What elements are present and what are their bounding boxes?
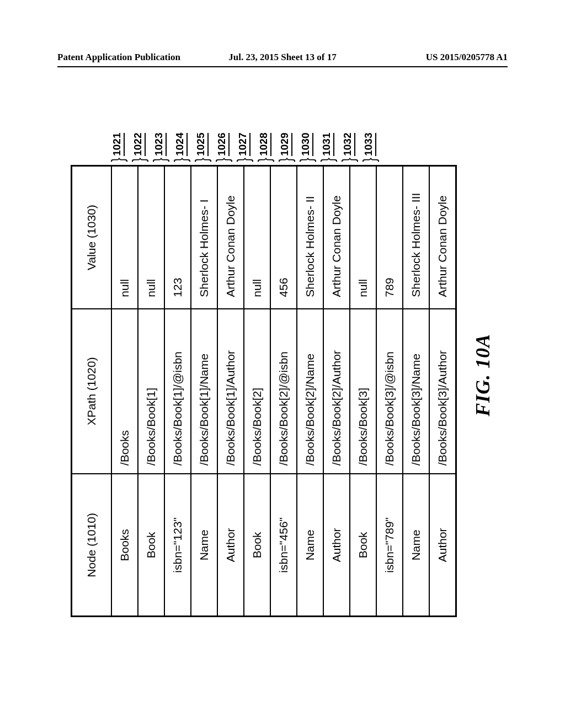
cell-xpath: /Books/Book[3] xyxy=(350,309,376,474)
cell-node: isbn="456" xyxy=(270,474,297,617)
table-row: Books/Booksnull xyxy=(111,166,138,617)
brace-icon: } xyxy=(234,158,252,162)
reference-numeral-label: 1033 xyxy=(363,133,376,156)
brace-icon: } xyxy=(318,158,336,162)
cell-value: Arthur Conan Doyle xyxy=(429,166,456,309)
cell-xpath: /Books/Book[2] xyxy=(244,309,270,474)
reference-numeral: }1032 xyxy=(338,133,359,163)
reference-numeral-label: 1021 xyxy=(111,133,125,156)
reference-numeral-label: 1024 xyxy=(174,133,188,156)
brace-icon: } xyxy=(276,158,294,162)
cell-xpath: /Books/Book[2]/Name xyxy=(297,309,323,474)
cell-value: null xyxy=(244,166,270,309)
cell-value: null xyxy=(350,166,376,309)
cell-xpath: /Books/Book[3]/Name xyxy=(403,309,429,474)
table-row: isbn="123"/Books/Book[1]/@isbn123 xyxy=(164,166,191,617)
reference-numeral: }1021 xyxy=(107,133,128,163)
figure-10a: Node (1010) XPath (1020) Value (1030) Bo… xyxy=(71,99,494,651)
table-row: Name/Books/Book[3]/NameSherlock Holmes- … xyxy=(403,166,429,617)
cell-node: isbn="123" xyxy=(164,474,191,617)
brace-icon: } xyxy=(172,158,189,162)
reference-numeral-label: 1031 xyxy=(321,133,334,156)
reference-numeral: }1023 xyxy=(149,133,170,163)
header-rule xyxy=(57,66,508,67)
reference-numeral-label: 1026 xyxy=(216,133,230,156)
cell-value: Arthur Conan Doyle xyxy=(323,166,350,309)
cell-xpath: /Books/Book[2]/Author xyxy=(323,309,350,474)
cell-node: Book xyxy=(244,474,270,617)
reference-numeral: }1029 xyxy=(275,133,296,163)
cell-node: Books xyxy=(111,474,138,617)
col-header-node: Node (1010) xyxy=(72,474,112,617)
cell-value: Sherlock Holmes- II xyxy=(297,166,323,309)
table-header-row: Node (1010) XPath (1020) Value (1030) xyxy=(72,166,112,617)
cell-value: Arthur Conan Doyle xyxy=(217,166,244,309)
cell-value: null xyxy=(138,166,164,309)
reference-numeral-label: 1029 xyxy=(279,133,292,156)
brace-icon: } xyxy=(130,158,147,162)
table-row: Book/Books/Book[3]null xyxy=(350,166,376,617)
reference-numeral-label: 1030 xyxy=(300,133,313,156)
reference-numeral-label: 1023 xyxy=(153,133,167,156)
cell-node: Name xyxy=(191,474,217,617)
table-row: Name/Books/Book[1]/NameSherlock Holmes- … xyxy=(191,166,217,617)
cell-node: Name xyxy=(403,474,429,617)
reference-numeral: }1030 xyxy=(296,133,317,163)
cell-value: Sherlock Holmes- III xyxy=(403,166,429,309)
col-header-xpath: XPath (1020) xyxy=(72,309,112,474)
reference-numeral-label: 1022 xyxy=(132,133,146,156)
table-row: Book/Books/Book[1]null xyxy=(138,166,164,617)
brace-icon: } xyxy=(255,158,273,162)
cell-node: Name xyxy=(297,474,323,617)
page-header: Patent Application Publication Jul. 23, … xyxy=(0,52,565,63)
reference-numeral-column: }1021 }1022 }1023 }1024 }1025 }1026 }102… xyxy=(71,133,380,163)
cell-xpath: /Books/Book[1]/Author xyxy=(217,309,244,474)
reference-numeral-label: 1032 xyxy=(342,133,355,156)
brace-icon: } xyxy=(109,158,126,162)
brace-icon: } xyxy=(193,158,210,162)
brace-icon: } xyxy=(339,158,357,162)
cell-xpath: /Books/Book[1]/@isbn xyxy=(164,309,191,474)
table-row: Author/Books/Book[1]/AuthorArthur Conan … xyxy=(217,166,244,617)
brace-icon: } xyxy=(360,158,378,162)
reference-numeral: }1031 xyxy=(317,133,338,163)
brace-icon: } xyxy=(297,158,315,162)
brace-icon: } xyxy=(214,158,231,162)
cell-xpath: /Books/Book[3]/@isbn xyxy=(376,309,403,474)
cell-xpath: /Books/Book[2]/@isbn xyxy=(270,309,297,474)
cell-value: 123 xyxy=(164,166,191,309)
cell-node: isbn="789" xyxy=(376,474,403,617)
figure-caption: FIG. 10A xyxy=(471,334,494,416)
header-center: Jul. 23, 2015 Sheet 13 of 17 xyxy=(228,52,337,63)
table-body: Books/Booksnull Book/Books/Book[1]null i… xyxy=(111,166,456,617)
header-right: US 2015/0205778 A1 xyxy=(426,52,508,63)
cell-xpath: /Books/Book[1] xyxy=(138,309,164,474)
cell-xpath: /Books/Book[1]/Name xyxy=(191,309,217,474)
patent-page: Patent Application Publication Jul. 23, … xyxy=(0,0,565,728)
table-row: Author/Books/Book[3]/AuthorArthur Conan … xyxy=(429,166,456,617)
cell-value: 456 xyxy=(270,166,297,309)
cell-xpath: /Books xyxy=(111,309,138,474)
reference-numeral: }1024 xyxy=(170,133,191,163)
table-row: isbn="789"/Books/Book[3]/@isbn789 xyxy=(376,166,403,617)
reference-numeral: }1033 xyxy=(359,133,380,163)
reference-numeral: }1028 xyxy=(254,133,275,163)
cell-node: Author xyxy=(323,474,350,617)
cell-value: Sherlock Holmes- I xyxy=(191,166,217,309)
xpath-value-table: Node (1010) XPath (1020) Value (1030) Bo… xyxy=(71,165,457,617)
cell-value: null xyxy=(111,166,138,309)
cell-node: Book xyxy=(350,474,376,617)
reference-numeral: }1025 xyxy=(191,133,212,163)
reference-numeral: }1027 xyxy=(233,133,254,163)
reference-numeral-label: 1028 xyxy=(258,133,271,156)
cell-node: Author xyxy=(429,474,456,617)
reference-numeral: }1026 xyxy=(212,133,233,163)
cell-node: Author xyxy=(217,474,244,617)
cell-xpath: /Books/Book[3]/Author xyxy=(429,309,456,474)
cell-node: Book xyxy=(138,474,164,617)
reference-numeral: }1022 xyxy=(128,133,149,163)
header-left: Patent Application Publication xyxy=(57,52,180,63)
col-header-value: Value (1030) xyxy=(72,166,112,309)
table-row: Name/Books/Book[2]/NameSherlock Holmes- … xyxy=(297,166,323,617)
reference-numeral-label: 1025 xyxy=(195,133,209,156)
